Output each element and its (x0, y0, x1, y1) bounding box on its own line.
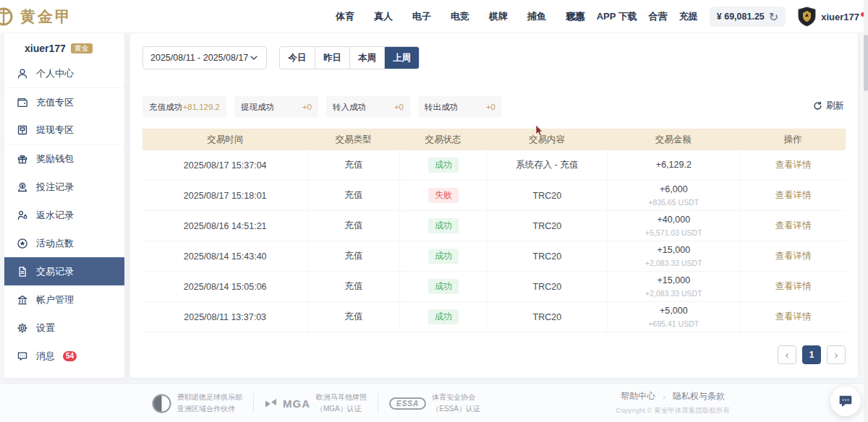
summary-stats: 充值成功 +81,129.2 提现成功 +0 转入成功 +0 转出成功 +0 (142, 96, 502, 118)
sidebar-item-label: 设置 (36, 322, 55, 335)
table-row: 2025/08/11 13:37:03 充值 成功 TRC20 +5,000+6… (142, 302, 846, 332)
page-1-button[interactable]: 1 (802, 345, 821, 364)
cell-type: 充值 (307, 181, 399, 210)
col-content: 交易内容 (487, 134, 606, 146)
nav-sports[interactable]: 体育 (336, 10, 354, 23)
view-details-link[interactable]: 查看详情 (775, 250, 812, 262)
scrollbar-track[interactable] (864, 0, 868, 422)
status-badge: 成功 (428, 279, 459, 294)
date-range-select[interactable]: 2025/08/11 - 2025/08/17 (142, 46, 267, 69)
cell-amount: +5,000+695.41 USDT (607, 302, 741, 332)
refresh-label: 刷新 (826, 100, 844, 112)
balance-amount: ¥ 69,081.25 (717, 12, 765, 22)
cell-time: 2025/08/11 13:37:03 (142, 312, 307, 322)
cert-feyenoord: 费耶诺德足球俱乐部 亚洲区域合作伙伴 (152, 392, 242, 415)
cell-action: 查看详情 (740, 211, 846, 241)
sidebar-item-transaction-records[interactable]: 交易记录 (4, 257, 124, 285)
view-details-link[interactable]: 查看详情 (775, 159, 812, 171)
col-time: 交易时间 (142, 134, 307, 146)
user-menu[interactable]: xiuer177 (797, 7, 865, 27)
sidebar-item-label: 活动点数 (36, 237, 74, 250)
sidebar-item-label: 返水记录 (36, 209, 74, 222)
cert-line2: （MGA）认证 (316, 403, 367, 415)
sidebar-item-label: 投注记录 (36, 181, 74, 194)
privacy-terms-link[interactable]: 隐私权与条款 (673, 390, 725, 402)
nav-fishing[interactable]: 捕鱼 (527, 10, 546, 23)
cell-action: 查看详情 (740, 272, 846, 301)
sidebar-item-label: 个人中心 (36, 67, 74, 80)
cell-action: 查看详情 (740, 150, 846, 180)
sidebar-item-deposit[interactable]: 充值专区 (4, 88, 124, 116)
chevron-left-icon: ‹ (786, 349, 789, 361)
cell-amount: +6,000+835.65 USDT (607, 181, 741, 210)
tab-last-week[interactable]: 上周 (384, 47, 419, 69)
status-badge: 失败 (428, 188, 459, 203)
page-next-button[interactable]: › (827, 345, 846, 364)
copyright: Copyright © 黄金甲体育集团版权所有 (600, 406, 745, 415)
date-range-value: 2025/08/11 - 2025/08/17 (150, 53, 248, 63)
nav-live[interactable]: 真人 (374, 10, 393, 23)
page-prev-button[interactable]: ‹ (778, 345, 796, 364)
sidebar-item-bet-records[interactable]: 投注记录 (4, 173, 124, 201)
cell-amount: +6,129.2 (607, 150, 741, 180)
cell-content: TRC20 (487, 272, 606, 301)
tab-this-week[interactable]: 本周 (349, 47, 384, 69)
footer: 费耶诺德足球俱乐部 亚洲区域合作伙伴 MGA 欧洲马耳他牌照 （MGA）认证 E… (0, 383, 868, 422)
sidebar-item-account-management[interactable]: 帐户管理 (4, 285, 124, 314)
filter-row: 2025/08/11 - 2025/08/17 今日 昨日 本周 上周 (142, 46, 420, 69)
help-center-link[interactable]: 帮助中心 (621, 390, 655, 402)
cell-time: 2025/08/14 15:43:40 (142, 251, 307, 262)
tab-yesterday[interactable]: 昨日 (315, 47, 349, 69)
tab-today[interactable]: 今日 (280, 47, 315, 69)
pagination: ‹ 1 › (778, 345, 846, 364)
customer-service-button[interactable] (830, 386, 861, 416)
balance-pill[interactable]: ¥ 69,081.25 ↻ (710, 7, 786, 27)
stat-deposit-success: 充值成功 +81,129.2 (142, 96, 226, 118)
cell-status: 成功 (399, 302, 488, 332)
sidebar-item-label: 充值专区 (36, 96, 74, 109)
nav-slots[interactable]: 电子 (412, 10, 431, 23)
table-header: 交易时间 交易类型 交易状态 交易内容 交易金额 操作 (142, 129, 846, 150)
sidebar-item-rebate-records[interactable]: 返水记录 (4, 201, 124, 229)
chat-icon (838, 393, 854, 409)
sidebar-item-settings[interactable]: 设置 (4, 314, 124, 342)
refresh-button[interactable]: 刷新 (813, 100, 844, 112)
sidebar-item-personal-center[interactable]: 个人中心 (4, 60, 124, 88)
period-tabs: 今日 昨日 本周 上周 (279, 46, 420, 69)
view-details-link[interactable]: 查看详情 (775, 280, 812, 293)
sidebar-item-withdraw[interactable]: 提现专区 (4, 116, 124, 145)
divider (253, 394, 254, 413)
brand-emblem-icon (0, 4, 17, 29)
cell-action: 查看详情 (740, 241, 846, 271)
scrollbar-thumb[interactable] (864, 35, 868, 91)
view-details-link[interactable]: 查看详情 (775, 311, 812, 323)
site-logo[interactable]: 黄金甲 (0, 4, 72, 29)
refresh-balance-icon[interactable]: ↻ (769, 10, 778, 24)
col-type: 交易类型 (307, 134, 399, 146)
link-app-download[interactable]: APP 下载 (597, 10, 637, 23)
sidebar-item-reward-wallet[interactable]: 奖励钱包 (4, 145, 124, 173)
nav-cards[interactable]: 棋牌 (489, 10, 508, 23)
sidebar-item-messages[interactable]: 消息 54 (4, 342, 124, 370)
link-deposit-withdraw[interactable]: 充提 (679, 10, 698, 23)
header-username: xiuer177 (821, 12, 859, 22)
divider (378, 394, 378, 413)
link-promotions[interactable]: 优惠 (566, 10, 585, 23)
cell-amount: +40,000+5,571.03 USDT (607, 211, 741, 241)
cell-content: TRC20 (487, 302, 606, 332)
cell-status: 失败 (399, 181, 488, 210)
chat-bubble-icon (17, 350, 28, 362)
chevron-right-icon: › (835, 349, 838, 361)
view-details-link[interactable]: 查看详情 (775, 189, 812, 202)
cell-action: 查看详情 (740, 302, 846, 332)
cert-line1: 体育安全协会 (432, 392, 480, 403)
sidebar: xiuer177 黄金 个人中心 充值专区 提现专区 奖励钱包 投注记录 返水记… (4, 33, 124, 378)
refresh-icon (813, 101, 822, 111)
table-row: 2025/08/14 15:43:40 充值 成功 TRC20 +15,000+… (142, 241, 846, 272)
nav-esports[interactable]: 电竞 (451, 10, 469, 23)
link-affiliate[interactable]: 合营 (649, 10, 668, 23)
sidebar-item-label: 奖励钱包 (36, 152, 74, 165)
view-details-link[interactable]: 查看详情 (775, 220, 812, 232)
sidebar-item-activity-points[interactable]: 活动点数 (4, 229, 124, 257)
cert-line1: 欧洲马耳他牌照 (316, 392, 367, 403)
